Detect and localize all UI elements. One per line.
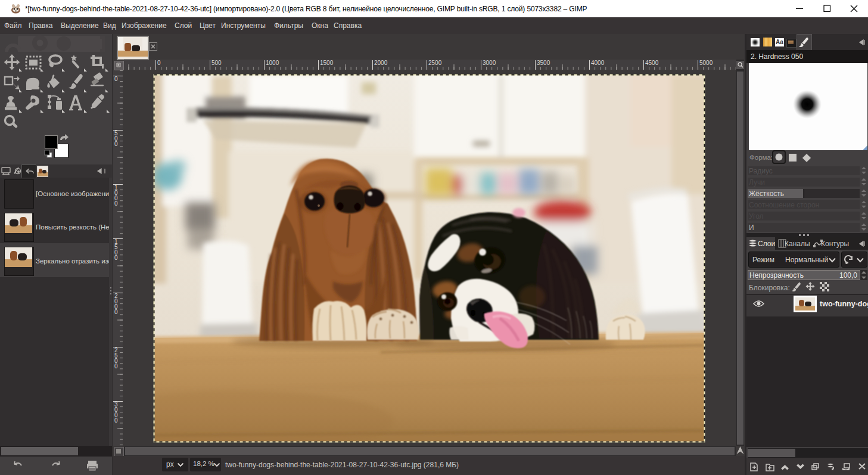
svg-text:1500: 1500 [320, 60, 334, 66]
svg-text:1000: 1000 [266, 60, 279, 66]
svg-text:4000: 4000 [591, 60, 605, 66]
svg-text:500: 500 [211, 60, 222, 66]
svg-text:0: 0 [114, 76, 118, 82]
svg-text:3500: 3500 [537, 60, 550, 66]
svg-text:2500: 2500 [428, 60, 442, 66]
svg-text:2000: 2000 [374, 60, 388, 66]
svg-text:0: 0 [114, 254, 118, 261]
svg-text:0: 0 [114, 417, 118, 424]
svg-text:0: 0 [114, 363, 118, 370]
svg-text:3000: 3000 [483, 60, 496, 66]
svg-text:4500: 4500 [645, 60, 659, 66]
svg-text:0: 0 [114, 309, 118, 315]
svg-text:0: 0 [114, 141, 118, 147]
svg-text:5000: 5000 [699, 60, 713, 66]
svg-text:0: 0 [157, 60, 161, 66]
svg-text:0: 0 [114, 200, 118, 207]
